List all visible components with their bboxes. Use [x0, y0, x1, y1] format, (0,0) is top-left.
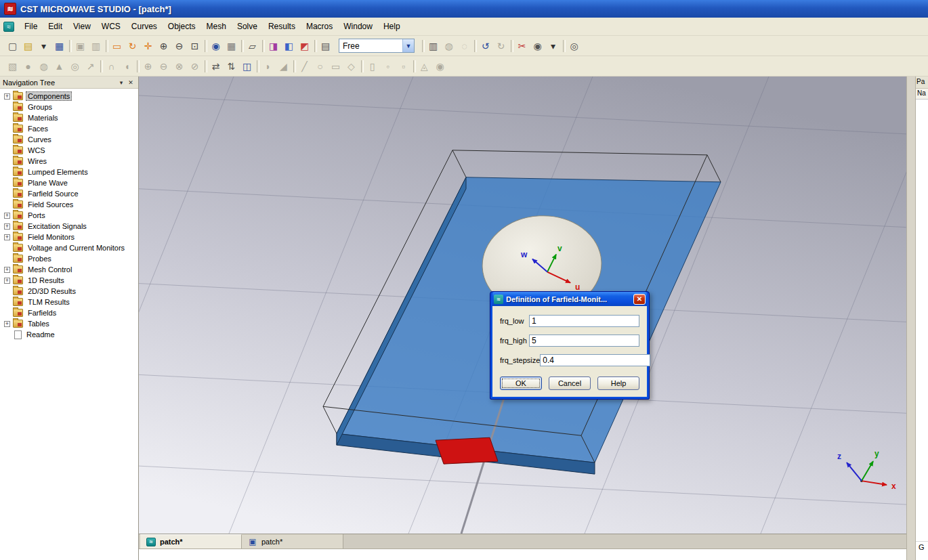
tree-item-materials[interactable]: + Materials — [0, 112, 138, 123]
pick-point-button[interactable]: ◩ — [297, 39, 312, 53]
toolbar-button-icon: ⊖ — [160, 62, 168, 71]
pick-face-button[interactable]: ◨ — [266, 39, 281, 53]
free-mode-dropdown[interactable]: Free ▼ — [339, 39, 415, 53]
parameter-name-column: Na — [916, 89, 928, 100]
tree-item-probes[interactable]: + Probes — [0, 253, 138, 264]
expand-icon[interactable]: + — [4, 278, 10, 284]
menu-item[interactable]: Objects — [163, 20, 201, 33]
cone-tool-button: ▲ — [51, 59, 67, 74]
tree-item-plane-wave[interactable]: + Plane Wave — [0, 177, 138, 188]
tree-item-wcs[interactable]: + WCS — [0, 145, 138, 156]
reset-view-button[interactable]: ▭ — [109, 39, 125, 53]
expand-icon[interactable]: + — [4, 213, 10, 219]
pick-tool-dropdown[interactable]: ▾ — [545, 39, 561, 53]
menu-item[interactable]: View — [68, 20, 96, 33]
align-wcs-button[interactable]: ⇅ — [224, 59, 239, 74]
close-icon[interactable]: ✕ — [126, 79, 135, 86]
tree-item-components[interactable]: + Components — [0, 91, 138, 102]
boolean-trim-button: ⊘ — [187, 59, 203, 74]
frq-low-input[interactable] — [529, 315, 639, 327]
toolbar-button-icon: ◉ — [533, 41, 541, 51]
tree-item-field-monitors[interactable]: + Field Monitors — [0, 232, 138, 242]
expand-icon[interactable]: + — [4, 234, 10, 240]
tree-item-mesh-control[interactable]: + Mesh Control — [0, 264, 138, 275]
open-file-dropdown[interactable]: ▾ — [36, 39, 51, 53]
grid-toggle-button[interactable]: ▦ — [224, 39, 239, 53]
panel-splitter[interactable] — [906, 77, 916, 560]
tree-item-faces[interactable]: + Faces — [0, 123, 138, 134]
tree-item-label: Farfields — [26, 308, 58, 318]
zoom-out-button[interactable]: ⊖ — [171, 39, 187, 53]
close-icon[interactable]: ✕ — [633, 294, 646, 305]
expand-icon[interactable]: + — [4, 321, 10, 327]
toolbar-button-icon: ↻ — [129, 41, 137, 51]
toolbar-button-icon: ▲ — [55, 62, 64, 71]
history-list-button[interactable]: ▤ — [318, 39, 333, 53]
tree-item-curves[interactable]: + Curves — [0, 134, 138, 145]
tree-item-lumped-elements[interactable]: + Lumped Elements — [0, 167, 138, 177]
tab-patch-1[interactable]: ≈ patch* — [140, 534, 242, 548]
open-file-button[interactable]: ▤ — [20, 39, 36, 53]
menu-item[interactable]: Edit — [43, 20, 68, 33]
folder-icon — [13, 211, 23, 219]
tree-item-wires[interactable]: + Wires — [0, 156, 138, 167]
menu-item[interactable]: WCS — [96, 20, 126, 33]
tree-item-1d-results[interactable]: + 1D Results — [0, 275, 138, 286]
tree-item-farfields[interactable]: + Farfields — [0, 307, 138, 318]
menu-item[interactable]: Solve — [232, 20, 263, 33]
tree-item-farfield-source[interactable]: + Farfield Source — [0, 188, 138, 199]
help-button[interactable]: Help — [597, 376, 639, 390]
cancel-button[interactable]: Cancel — [549, 376, 591, 390]
folder-icon — [13, 125, 23, 133]
tree-item-field-sources[interactable]: + Field Sources — [0, 199, 138, 210]
ok-button[interactable]: OK — [500, 376, 542, 390]
zoom-in-button[interactable]: ⊕ — [156, 39, 171, 53]
menu-item[interactable]: Window — [338, 20, 378, 33]
frq-high-input[interactable] — [529, 335, 639, 347]
tree-item-readme[interactable]: + Readme — [0, 329, 138, 340]
save-file-button[interactable]: ▦ — [51, 39, 67, 53]
expand-icon[interactable]: + — [4, 93, 10, 100]
tree-item-groups[interactable]: + Groups — [0, 102, 138, 112]
parameter-panel-header[interactable]: Pa — [916, 77, 928, 89]
chevron-down-icon[interactable]: ▼ — [402, 39, 414, 52]
chevron-down-icon[interactable]: ▾ — [117, 79, 126, 86]
transform-button[interactable]: ⇄ — [208, 59, 224, 74]
wcs-toggle-button[interactable]: ◉ — [208, 39, 224, 53]
rotate-view-button[interactable]: ↻ — [125, 39, 140, 53]
tree-item-excitation-signals[interactable]: + Excitation Signals — [0, 221, 138, 232]
tab-label: patch* — [160, 538, 183, 546]
render-mode-button[interactable]: ◎ — [566, 39, 582, 53]
menu-item[interactable]: Macros — [301, 20, 338, 33]
pick-tool-button[interactable]: ◉ — [530, 39, 545, 53]
tree-item-voltage-and-current-monitors[interactable]: + Voltage and Current Monitors — [0, 242, 138, 253]
new-file-button[interactable]: ▢ — [5, 39, 20, 53]
cut-plane-button[interactable]: ✂ — [514, 39, 530, 53]
isolate-component-button[interactable]: ▥ — [425, 39, 441, 53]
menu-item[interactable]: Mesh — [201, 20, 232, 33]
undo-button[interactable]: ↺ — [478, 39, 493, 53]
title-bar[interactable]: ≋ CST MICROWAVE STUDIO - [patch*] — [0, 0, 928, 18]
bounding-box-button[interactable]: ▱ — [245, 39, 260, 53]
tree-item-tlm-results[interactable]: + TLM Results — [0, 297, 138, 307]
frq-stepsize-input[interactable] — [540, 354, 650, 366]
navigation-tree-header[interactable]: Navigation Tree ▾ ✕ — [0, 77, 138, 89]
port-patch[interactable] — [436, 437, 498, 464]
menu-item[interactable]: Help — [378, 20, 406, 33]
mirror-button[interactable]: ◫ — [239, 59, 255, 74]
tab-patch-2[interactable]: ▣ patch* — [242, 534, 343, 548]
tree-item-2d-3d-results[interactable]: + 2D/3D Results — [0, 286, 138, 297]
probe-button: ◉ — [432, 59, 448, 74]
global-z-label: z — [837, 452, 841, 461]
tree-item-ports[interactable]: + Ports — [0, 210, 138, 221]
menu-item[interactable]: Curves — [126, 20, 163, 33]
pick-edge-button[interactable]: ◧ — [281, 39, 297, 53]
zoom-window-button[interactable]: ⊡ — [187, 39, 203, 53]
menu-item[interactable]: File — [19, 20, 43, 33]
menu-item[interactable]: Results — [263, 20, 301, 33]
tree-item-tables[interactable]: + Tables — [0, 318, 138, 329]
expand-icon[interactable]: + — [4, 223, 10, 230]
dialog-title-bar[interactable]: ≈ Definition of Farfield-Monit... ✕ — [492, 292, 647, 306]
expand-icon[interactable]: + — [4, 267, 10, 273]
pan-view-button[interactable]: ✛ — [140, 39, 156, 53]
